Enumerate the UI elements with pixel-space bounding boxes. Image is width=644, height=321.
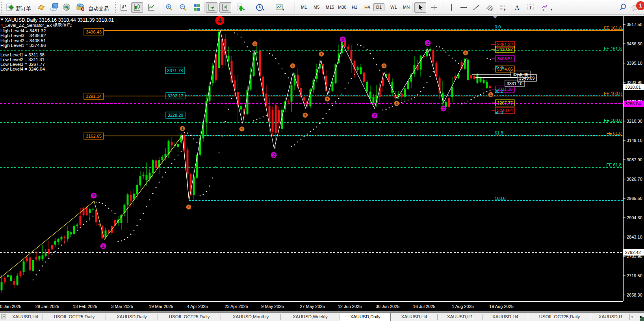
svg-text:2658.30: 2658.30	[627, 293, 642, 297]
svg-text:3291.14: 3291.14	[86, 94, 102, 99]
svg-text:A: A	[515, 4, 520, 11]
svg-text:2904.30: 2904.30	[627, 215, 642, 220]
svg-text:3349.09: 3349.09	[519, 76, 535, 80]
svg-text:12 Jun 2025: 12 Jun 2025	[338, 304, 362, 309]
svg-text:3292.17: 3292.17	[168, 93, 184, 98]
svg-text:T: T	[529, 5, 532, 10]
svg-text:1: 1	[181, 127, 183, 131]
svg-text:3408.51: 3408.51	[497, 56, 513, 61]
svg-text:23.6: 23.6	[495, 65, 503, 70]
svg-text:16 Jul 2025: 16 Jul 2025	[413, 304, 436, 309]
svg-text:XAUUSD,Daily 3316.16 3318.44: XAUUSD,Daily 3316.16 3318.44 3311.39 331…	[5, 17, 114, 23]
svg-text:3087.90: 3087.90	[627, 157, 642, 162]
svg-text:13 Feb 2025: 13 Feb 2025	[73, 304, 97, 309]
svg-text:3331.10: 3331.10	[507, 81, 523, 86]
svg-text:3517.50: 3517.50	[627, 22, 642, 27]
svg-text:61.8: 61.8	[495, 131, 503, 135]
svg-text:1: 1	[383, 64, 385, 68]
svg-text:3228.29: 3228.29	[168, 113, 184, 118]
svg-text:3267.77: 3267.77	[497, 101, 513, 105]
svg-text:23 Apr 2025: 23 Apr 2025	[225, 304, 248, 309]
svg-text:50.0: 50.0	[495, 110, 503, 115]
svg-text:2: 2	[273, 153, 275, 157]
svg-text:E: E	[491, 9, 493, 11]
svg-text:FE 161.8: FE 161.8	[604, 46, 622, 51]
svg-text:3210.30: 3210.30	[627, 119, 642, 123]
svg-text:Low Level1 = 3311.38: Low Level1 = 3311.38	[0, 52, 45, 57]
svg-text:2843.10: 2843.10	[627, 235, 642, 239]
svg-text:3456.30: 3456.30	[627, 41, 642, 46]
svg-text:27 May 2025: 27 May 2025	[300, 304, 325, 309]
svg-text:3496.43: 3496.43	[86, 30, 102, 34]
svg-text:1: 1	[304, 113, 306, 117]
svg-text:38.2: 38.2	[495, 89, 503, 93]
svg-text:3266.04: 3266.04	[625, 101, 641, 106]
svg-text:3318.01: 3318.01	[625, 85, 641, 90]
svg-text:0 Jan 2025: 0 Jan 2025	[0, 304, 21, 309]
svg-text:FE 100.0: FE 100.0	[604, 91, 622, 96]
svg-text:2: 2	[442, 106, 445, 111]
svg-text:2: 2	[427, 41, 429, 45]
svg-text:2: 2	[102, 244, 104, 248]
svg-text:Low Level2 = 3311.31: Low Level2 = 3311.31	[0, 57, 45, 62]
svg-text:High Level3 = 3438.92: High Level3 = 3438.92	[0, 33, 46, 38]
svg-text:FE 61.8: FE 61.8	[606, 162, 622, 167]
svg-text:High Level2 = 3408.51: High Level2 = 3408.51	[0, 38, 46, 43]
svg-text:FE 100.0: FE 100.0	[604, 118, 622, 123]
svg-text:4: 4	[218, 17, 222, 24]
svg-text:28 Jan 2025: 28 Jan 2025	[35, 304, 59, 309]
svg-text:1: 1	[187, 205, 189, 209]
svg-text:3371.78: 3371.78	[167, 68, 183, 73]
svg-text:3438.92: 3438.92	[497, 47, 513, 52]
svg-text:2719.50: 2719.50	[627, 273, 642, 278]
svg-text:19 Mar 2025: 19 Mar 2025	[149, 304, 173, 309]
svg-text:2792.42: 2792.42	[625, 250, 641, 255]
svg-text:19 Aug 2025: 19 Aug 2025	[489, 304, 514, 309]
svg-text:2: 2	[341, 37, 344, 42]
svg-text:1: 1	[320, 52, 322, 56]
svg-text:1: 1	[490, 93, 492, 97]
svg-text:FE 161.8: FE 161.8	[604, 26, 622, 30]
svg-text:1: 1	[254, 42, 256, 46]
svg-text:1 Aug 2025: 1 Aug 2025	[452, 304, 474, 309]
svg-text:FE 61.8: FE 61.8	[606, 131, 622, 136]
svg-text:3149.10: 3149.10	[627, 138, 642, 143]
svg-text:3162.65: 3162.65	[86, 134, 102, 138]
svg-text:30 Jun 2025: 30 Jun 2025	[376, 304, 400, 309]
svg-text:3 Mar 2025: 3 Mar 2025	[111, 304, 133, 309]
svg-text:1: 1	[326, 97, 328, 101]
svg-text:100.0: 100.0	[495, 196, 506, 201]
svg-text:0.0: 0.0	[495, 24, 501, 29]
svg-text:1: 1	[464, 51, 466, 55]
svg-text:4_Level_ZZ_Semafor_Ex 提示信息:: 4_Level_ZZ_Semafor_Ex 提示信息:	[0, 23, 72, 28]
svg-text:1: 1	[241, 127, 243, 131]
svg-text:1: 1	[395, 101, 397, 105]
svg-text:2: 2	[93, 193, 95, 198]
svg-text:Low Level4 = 3246.04: Low Level4 = 3246.04	[0, 67, 45, 71]
svg-text:Low Level3 = 3267.77: Low Level3 = 3267.77	[0, 62, 45, 67]
svg-text:High Level1 = 3374.66: High Level1 = 3374.66	[0, 43, 46, 48]
svg-text:1: 1	[291, 64, 293, 68]
svg-text:F: F	[504, 9, 506, 11]
svg-text:2965.50: 2965.50	[627, 196, 642, 201]
svg-text:3395.10: 3395.10	[627, 61, 642, 65]
svg-text:3026.70: 3026.70	[627, 177, 642, 181]
svg-text:4 Apr 2025: 4 Apr 2025	[187, 304, 208, 309]
svg-text:9 May 2025: 9 May 2025	[261, 304, 284, 309]
svg-text:High Level4 = 3451.32: High Level4 = 3451.32	[0, 28, 46, 33]
svg-text:2: 2	[373, 113, 376, 118]
